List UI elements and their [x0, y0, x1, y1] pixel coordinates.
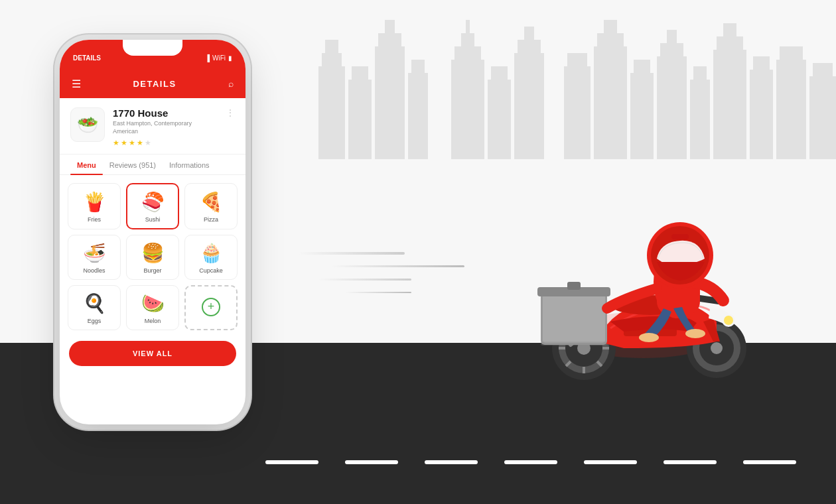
svg-rect-20: [567, 53, 587, 66]
wifi-icon: WiFi: [212, 54, 226, 62]
app-header: ☰ DETAILS ⌕: [60, 69, 245, 98]
svg-rect-27: [660, 43, 683, 56]
svg-rect-12: [461, 33, 474, 46]
phone-wrapper: DETAILS ▐ WiFi ▮ ☰ DETAILS ⌕ 🥗 1770 Hous…: [60, 40, 245, 424]
phone-notch: [123, 40, 182, 56]
scooter-illustration: [438, 136, 809, 401]
svg-rect-37: [780, 46, 803, 60]
restaurant-more-icon[interactable]: ⋮: [226, 107, 235, 118]
svg-point-72: [724, 316, 733, 325]
speed-line-3: [318, 279, 411, 281]
road-dash: [265, 460, 318, 464]
star-rating: ★ ★ ★ ★ ★: [113, 139, 218, 147]
star-2: ★: [121, 139, 127, 147]
road-dash: [425, 460, 478, 464]
svg-rect-2: [325, 40, 338, 53]
svg-rect-17: [518, 40, 541, 53]
svg-rect-23: [604, 20, 617, 33]
svg-rect-60: [543, 294, 605, 343]
speed-line-4: [345, 292, 411, 293]
svg-rect-0: [318, 66, 345, 159]
sushi-icon: 🍣: [141, 191, 165, 213]
svg-point-66: [639, 333, 659, 342]
status-time: DETAILS: [73, 54, 101, 62]
phone-mockup: DETAILS ▐ WiFi ▮ ☰ DETAILS ⌕ 🥗 1770 Hous…: [60, 40, 245, 424]
menu-grid: 🍟 Fries 🍣 Sushi 🍕 Pizza 🍜 Noodles 🍔 Bur: [60, 175, 245, 338]
menu-item-melon[interactable]: 🍉 Melon: [126, 285, 179, 330]
battery-icon: ▮: [228, 54, 232, 62]
restaurant-logo: 🥗: [70, 107, 105, 142]
svg-rect-25: [634, 60, 650, 73]
speed-line-1: [299, 252, 405, 255]
svg-rect-22: [597, 33, 624, 46]
svg-rect-1: [322, 53, 342, 66]
tab-reviews[interactable]: Reviews (951): [103, 155, 163, 174]
road-dash: [504, 460, 557, 464]
svg-rect-38: [809, 76, 836, 159]
svg-rect-13: [466, 20, 470, 33]
restaurant-name: 1770 House: [113, 107, 218, 119]
road-dash: [663, 460, 717, 464]
svg-rect-32: [717, 36, 743, 50]
menu-item-fries[interactable]: 🍟 Fries: [68, 183, 121, 229]
svg-rect-70: [671, 234, 689, 239]
restaurant-subtitle: East Hampton, Contemporary American: [113, 120, 218, 135]
search-icon[interactable]: ⌕: [228, 78, 234, 89]
add-circle-icon: +: [202, 298, 220, 316]
svg-rect-62: [567, 282, 581, 290]
menu-icon[interactable]: ☰: [72, 78, 81, 90]
menu-item-burger[interactable]: 🍔 Burger: [126, 235, 179, 280]
svg-rect-3: [348, 80, 372, 159]
svg-rect-35: [753, 56, 770, 70]
cupcake-icon: 🧁: [200, 242, 223, 264]
menu-item-pizza[interactable]: 🍕 Pizza: [184, 183, 238, 229]
svg-rect-39: [813, 63, 833, 76]
svg-rect-63: [541, 342, 607, 346]
svg-rect-11: [454, 46, 481, 60]
road-dash: [345, 460, 398, 464]
svg-rect-8: [408, 73, 428, 159]
svg-rect-4: [352, 66, 368, 80]
star-5: ★: [145, 139, 151, 147]
svg-rect-30: [693, 66, 707, 80]
star-1: ★: [113, 139, 119, 147]
svg-rect-18: [524, 27, 534, 40]
burger-icon: 🍔: [141, 242, 165, 264]
menu-item-cupcake[interactable]: 🧁 Cupcake: [184, 235, 238, 280]
star-3: ★: [129, 139, 135, 147]
noodles-icon: 🍜: [83, 242, 106, 264]
svg-rect-15: [491, 66, 508, 80]
tab-menu[interactable]: Menu: [70, 155, 103, 174]
road-dash: [584, 460, 637, 464]
signal-icon: ▐: [205, 54, 210, 62]
svg-point-67: [685, 329, 705, 338]
pizza-icon: 🍕: [200, 191, 223, 213]
melon-icon: 🍉: [141, 292, 165, 314]
menu-item-sushi[interactable]: 🍣 Sushi: [126, 183, 179, 229]
menu-item-add[interactable]: +: [184, 285, 238, 330]
svg-rect-33: [723, 23, 736, 36]
tab-info[interactable]: Informations: [163, 155, 216, 174]
svg-rect-6: [378, 33, 401, 46]
eggs-icon: 🍳: [83, 292, 106, 314]
svg-rect-5: [375, 46, 405, 159]
menu-item-noodles[interactable]: 🍜 Noodles: [68, 235, 121, 280]
svg-rect-9: [411, 60, 425, 73]
view-all-button[interactable]: VIEW ALL: [69, 341, 236, 366]
svg-rect-7: [385, 20, 395, 33]
svg-rect-28: [667, 30, 677, 43]
restaurant-logo-emoji: 🥗: [77, 115, 98, 135]
header-title: DETAILS: [133, 79, 176, 89]
road-dash: [743, 460, 796, 464]
restaurant-info: 🥗 1770 House East Hampton, Contemporary …: [60, 98, 245, 155]
star-4: ★: [137, 139, 143, 147]
tab-bar: Menu Reviews (951) Informations: [60, 155, 245, 175]
menu-item-eggs[interactable]: 🍳 Eggs: [68, 285, 121, 330]
svg-point-56: [711, 342, 723, 354]
restaurant-details: 1770 House East Hampton, Contemporary Am…: [113, 107, 218, 147]
fries-icon: 🍟: [83, 191, 106, 213]
status-icons: ▐ WiFi ▮: [205, 54, 232, 62]
